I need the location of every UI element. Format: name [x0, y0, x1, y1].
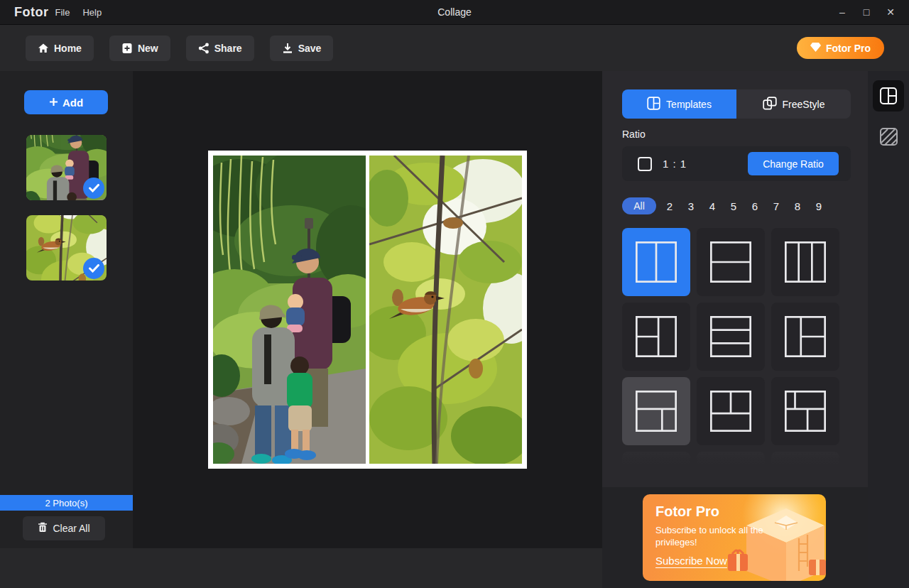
- template-tile-2-horizontal[interactable]: [697, 228, 765, 296]
- template-tile-top-split-bottom-full[interactable]: [697, 377, 765, 445]
- filter-option-3[interactable]: 3: [680, 197, 702, 214]
- template-count-filter: All23456789: [622, 197, 851, 214]
- template-layout-glyph: [636, 316, 677, 357]
- fotor-pro-button-label: Fotor Pro: [826, 43, 871, 54]
- templates-panel: Templates FreeStyle Ratio 1 : 1 Change R…: [602, 71, 868, 487]
- check-icon: [89, 184, 99, 192]
- filter-option-9[interactable]: 9: [808, 197, 829, 214]
- filter-option-8[interactable]: 8: [787, 197, 808, 214]
- filter-option-7[interactable]: 7: [766, 197, 787, 214]
- tab-templates[interactable]: Templates: [622, 89, 736, 119]
- promo-title: Fotor Pro: [655, 503, 826, 520]
- template-tile-left-tall-right-split[interactable]: [771, 303, 839, 371]
- fotor-logo: Fotor: [14, 5, 48, 20]
- clear-all-button-label: Clear All: [53, 523, 89, 534]
- selected-check-badge: [83, 178, 104, 199]
- trash-icon: [38, 522, 48, 535]
- collage-canvas: [133, 71, 602, 548]
- template-tile-top-full-bottom-split[interactable]: [622, 377, 690, 445]
- diagonal-pattern-icon: [879, 127, 898, 146]
- right-tool-strip: [868, 71, 909, 588]
- templates-icon: [647, 97, 660, 112]
- template-layout-glyph: [710, 391, 751, 432]
- new-button-label: New: [138, 43, 158, 54]
- fotor-app-window: Fotor File Help Collage – □ ✕ Home New S…: [0, 0, 909, 588]
- template-layout-glyph: [636, 391, 677, 432]
- template-layout-glyph: [636, 241, 677, 283]
- filter-option-2[interactable]: 2: [659, 197, 680, 214]
- template-grid: [622, 228, 851, 445]
- photo-thumbnail-family[interactable]: [26, 135, 107, 200]
- clear-all-button[interactable]: Clear All: [23, 516, 105, 540]
- save-button[interactable]: Save: [270, 36, 334, 61]
- promo-subtitle: Subscribe to unlock all the privileges!: [655, 524, 769, 548]
- maximize-button[interactable]: □: [858, 6, 875, 18]
- share-button[interactable]: Share: [186, 36, 254, 61]
- tab-freestyle-label: FreeStyle: [783, 99, 825, 110]
- collage-photo-left-family[interactable]: [213, 156, 366, 464]
- close-button[interactable]: ✕: [882, 6, 899, 18]
- new-button[interactable]: New: [109, 36, 170, 61]
- promo-text: Fotor Pro Subscribe to unlock all the pr…: [643, 494, 826, 567]
- filter-option-5[interactable]: 5: [723, 197, 744, 214]
- diamond-icon: [810, 43, 821, 54]
- window-controls: – □ ✕: [834, 6, 899, 18]
- layout-grid-icon: [879, 87, 898, 105]
- template-tile-3-vertical[interactable]: [771, 228, 839, 296]
- menu-file[interactable]: File: [48, 4, 76, 21]
- home-button-label: Home: [54, 43, 82, 54]
- ratio-value: 1 : 1: [663, 158, 687, 170]
- menu-help[interactable]: Help: [76, 4, 108, 21]
- new-file-icon: [121, 43, 133, 54]
- template-tile-2-vertical[interactable]: [622, 228, 690, 296]
- ratio-section-label: Ratio: [622, 129, 851, 140]
- home-button[interactable]: Home: [26, 36, 94, 61]
- collage-frame: [208, 151, 527, 469]
- panel-bottom-area: Fotor Pro Subscribe to unlock all the pr…: [602, 487, 868, 588]
- freestyle-icon: [763, 97, 777, 112]
- plus-icon: [49, 97, 58, 109]
- photos-sidebar: Add 2 Photo(s) Clear All: [0, 71, 133, 548]
- filter-option-all[interactable]: All: [622, 197, 656, 214]
- filter-option-6[interactable]: 6: [744, 197, 766, 214]
- template-tile-partial[interactable]: [771, 452, 839, 464]
- layouts-tool-button[interactable]: [873, 80, 904, 111]
- fotor-pro-promo-card[interactable]: Fotor Pro Subscribe to unlock all the pr…: [643, 494, 826, 581]
- collage-photo-right-bird[interactable]: [369, 156, 522, 464]
- square-ratio-icon: [638, 157, 652, 171]
- minimize-button[interactable]: –: [834, 6, 851, 18]
- save-button-label: Save: [298, 43, 322, 54]
- change-ratio-button[interactable]: Change Ratio: [748, 152, 839, 175]
- home-icon: [38, 43, 49, 54]
- template-tile-partial[interactable]: [622, 452, 690, 464]
- add-photo-button-label: Add: [62, 97, 83, 109]
- toolbar: Home New Share Save Fotor Pro: [0, 25, 909, 71]
- window-title: Collage: [437, 6, 471, 18]
- photo-count-badge: 2 Photo(s): [0, 495, 133, 511]
- template-tile-3-horizontal[interactable]: [697, 303, 765, 371]
- tab-freestyle[interactable]: FreeStyle: [736, 89, 851, 119]
- subscribe-now-link[interactable]: Subscribe Now: [655, 555, 727, 567]
- filter-option-4[interactable]: 4: [702, 197, 723, 214]
- selected-check-badge: [83, 258, 104, 279]
- template-tile-partial[interactable]: [697, 452, 765, 464]
- template-layout-glyph: [785, 316, 826, 357]
- background-tool-button[interactable]: [873, 127, 904, 146]
- template-layout-glyph: [785, 241, 826, 283]
- check-icon: [89, 264, 99, 273]
- template-layout-glyph: [710, 241, 751, 283]
- right-panel: Templates FreeStyle Ratio 1 : 1 Change R…: [602, 71, 868, 588]
- photo-thumbnail-bird[interactable]: [26, 215, 107, 281]
- template-grid-partial-row: [622, 452, 851, 464]
- template-tile-top-small-left-bottom-split[interactable]: [771, 377, 839, 445]
- add-photo-button[interactable]: Add: [24, 90, 108, 114]
- share-icon: [198, 43, 209, 54]
- template-layout-glyph: [710, 316, 751, 357]
- ratio-row: 1 : 1 Change Ratio: [622, 146, 851, 181]
- title-bar: Fotor File Help Collage – □ ✕: [0, 0, 909, 25]
- share-button-label: Share: [214, 43, 242, 54]
- save-icon: [282, 43, 293, 54]
- fotor-pro-button[interactable]: Fotor Pro: [797, 37, 884, 59]
- template-tile-left-split-right-tall[interactable]: [622, 303, 690, 371]
- panel-tabs: Templates FreeStyle: [622, 89, 851, 119]
